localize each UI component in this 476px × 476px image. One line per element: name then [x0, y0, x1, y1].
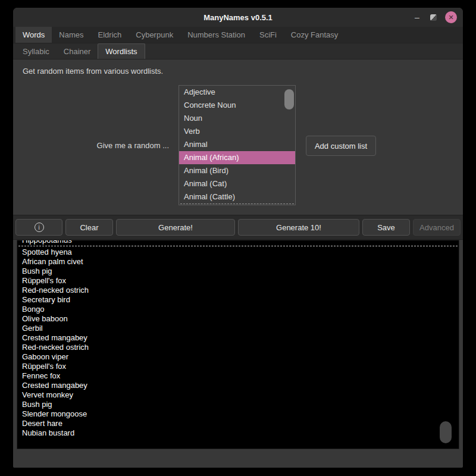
output-item: Olive baboon [17, 314, 459, 324]
output-item: Vervet monkey [17, 390, 459, 400]
tab-cozy-fantasy[interactable]: Cozy Fantasy [284, 27, 345, 43]
window-title: ManyNames v0.5.1 [203, 13, 273, 22]
output-item: Red-necked ostrich [17, 286, 459, 295]
close-button[interactable]: ✕ [445, 11, 457, 23]
tab-names[interactable]: Names [52, 27, 90, 43]
subtab-chainer[interactable]: Chainer [57, 43, 98, 59]
output-item: Bush pig [17, 400, 459, 409]
listbox-scrollbar-thumb[interactable] [284, 89, 294, 109]
advanced-button: Advanced [413, 219, 461, 236]
output-item: Gaboon viper [17, 352, 459, 362]
listbox-item-animal-cat[interactable]: Animal (Cat) [179, 177, 295, 190]
output-item: Spotted hyena [17, 248, 459, 257]
listbox-item-animal-bird[interactable]: Animal (Bird) [179, 164, 295, 177]
panel-description: Get random items from various wordlists. [23, 67, 163, 76]
output-item: Fennec fox [17, 371, 459, 381]
desktop-background: ManyNames v0.5.1 – ✕ WordsNamesEldrichCy… [0, 0, 476, 476]
listbox-item-verb[interactable]: Verb [179, 125, 295, 138]
prompt-label: Give me a random ... [13, 141, 169, 150]
output-item: Red-necked ostrich [17, 343, 459, 352]
tab-cyberpunk[interactable]: Cyberpunk [129, 27, 180, 43]
wordlists-panel: Get random items from various wordlists.… [13, 60, 463, 215]
listbox-item-animal[interactable]: Animal [179, 138, 295, 151]
tab-scifi[interactable]: SciFi [252, 27, 284, 43]
restore-button[interactable] [430, 14, 437, 21]
output-item: Rüppell's fox [17, 276, 459, 286]
listbox-item-concrete-noun[interactable]: Concrete Noun [179, 99, 295, 112]
output-item: Bongo [17, 305, 459, 314]
info-icon: i [35, 223, 44, 232]
output-item: Secretary bird [17, 295, 459, 305]
minimize-button[interactable]: – [412, 14, 422, 20]
subtab-syllabic[interactable]: Syllabic [15, 43, 57, 59]
tab-numbers-station[interactable]: Numbers Station [180, 27, 252, 43]
output-item: Nubian bustard [17, 428, 459, 438]
generate-10-button[interactable]: Generate 10! [238, 219, 359, 236]
listbox-item-animal-cattle[interactable]: Animal (Cattle) [179, 190, 295, 203]
listbox-item-adjective[interactable]: Adjective [179, 86, 295, 99]
sub-tab-bar: SyllabicChainerWordlists [13, 43, 463, 60]
output-item: Crested mangabey [17, 381, 459, 390]
app-window: ManyNames v0.5.1 – ✕ WordsNamesEldrichCy… [13, 8, 463, 468]
clear-button[interactable]: Clear [65, 219, 113, 236]
output-area[interactable]: Hippopotamus Spotted hyenaAfrican palm c… [17, 240, 459, 449]
info-button[interactable]: i [15, 219, 62, 236]
wordlist-listbox[interactable]: AdjectiveConcrete NounNounVerbAnimalAnim… [178, 85, 296, 205]
output-item: African palm civet [17, 257, 459, 267]
titlebar[interactable]: ManyNames v0.5.1 – ✕ [13, 8, 463, 27]
output-item-clipped-text: Hippopotamus [22, 240, 72, 245]
output-item: Crested mangabey [17, 333, 459, 343]
main-tab-bar: WordsNamesEldrichCyberpunkNumbers Statio… [13, 27, 463, 43]
output-item: Bush pig [17, 267, 459, 276]
output-item: Desert hare [17, 419, 459, 428]
output-item: Rüppell's fox [17, 362, 459, 371]
toolbar: i Clear Generate! Generate 10! Save Adva… [13, 215, 463, 240]
output-item-clipped: Hippopotamus [18, 240, 458, 246]
subtab-wordlists[interactable]: Wordlists [98, 43, 145, 59]
add-custom-list-button[interactable]: Add custom list [306, 136, 376, 156]
output-scrollbar-thumb[interactable] [440, 421, 452, 443]
tab-eldrich[interactable]: Eldrich [91, 27, 129, 43]
output-list: Spotted hyenaAfrican palm civetBush pigR… [17, 246, 459, 438]
window-controls: – ✕ [412, 8, 457, 27]
output-item: Slender mongoose [17, 409, 459, 419]
listbox-item-animal-african[interactable]: Animal (African) [179, 151, 295, 164]
tab-words[interactable]: Words [15, 27, 52, 43]
listbox-more-indicator [180, 203, 294, 204]
listbox-item-noun[interactable]: Noun [179, 112, 295, 125]
output-item: Gerbil [17, 324, 459, 333]
save-button[interactable]: Save [362, 219, 410, 236]
generate-button[interactable]: Generate! [116, 219, 235, 236]
